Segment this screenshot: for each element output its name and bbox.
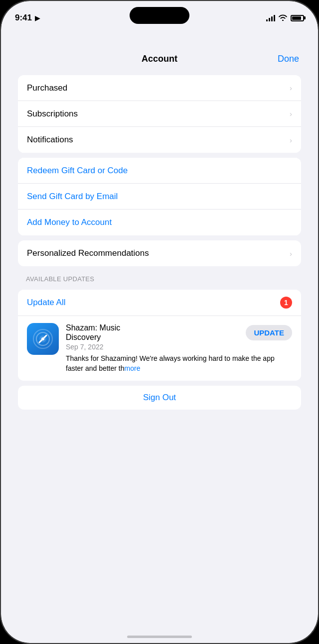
purchased-item[interactable]: Purchased ›: [18, 75, 301, 101]
app-description-text: Thanks for Shazaming! We're always worki…: [66, 354, 275, 372]
app-info: Shazam: MusicDiscovery Sep 7, 2022 UPDAT…: [66, 323, 292, 374]
app-name-text: Shazam: MusicDiscovery: [66, 323, 120, 341]
status-icons: [266, 14, 304, 22]
location-arrow-icon: ▶: [35, 14, 40, 22]
sign-out-section: Sign Out: [18, 386, 301, 410]
redeem-gift-card-label: Redeem Gift Card or Code: [27, 166, 128, 176]
available-updates-header: AVAILABLE UPDATES: [10, 271, 309, 285]
update-all-row[interactable]: Update All 1: [18, 290, 301, 316]
purchased-label: Purchased: [27, 83, 67, 93]
personalized-recommendations-label: Personalized Recommendations: [27, 248, 149, 258]
update-button[interactable]: UPDATE: [246, 325, 292, 340]
updates-section: Update All 1: [18, 290, 301, 381]
chevron-icon: ›: [290, 109, 292, 118]
app-description: Thanks for Shazaming! We're always worki…: [66, 354, 292, 373]
app-update-row: Shazam: MusicDiscovery Sep 7, 2022 UPDAT…: [18, 316, 301, 381]
modal-content: Purchased › Subscriptions › Notification…: [10, 70, 309, 425]
account-modal: Account Done Purchased › Subscriptions ›: [10, 46, 309, 628]
chevron-icon: ›: [290, 249, 292, 258]
send-gift-card-label: Send Gift Card by Email: [27, 192, 118, 202]
chevron-icon: ›: [290, 136, 292, 144]
app-icon: [27, 323, 59, 355]
personalized-recommendations-item[interactable]: Personalized Recommendations ›: [18, 240, 301, 266]
send-gift-card-item[interactable]: Send Gift Card by Email: [18, 184, 301, 210]
subscriptions-label: Subscriptions: [27, 109, 78, 119]
dynamic-island: [130, 7, 189, 24]
signal-icon: [266, 15, 275, 21]
update-all-label: Update All: [27, 298, 66, 308]
notifications-item[interactable]: Notifications ›: [18, 127, 301, 153]
add-money-item[interactable]: Add Money to Account: [18, 210, 301, 235]
app-description-more[interactable]: more: [125, 364, 141, 372]
status-time: 9:41 ▶: [15, 13, 40, 23]
sign-out-button[interactable]: Sign Out: [18, 386, 301, 410]
modal-title: Account: [142, 54, 177, 64]
account-section: Purchased › Subscriptions › Notification…: [18, 75, 301, 153]
done-button[interactable]: Done: [278, 54, 299, 64]
svg-point-4: [41, 337, 44, 340]
chevron-icon: ›: [290, 84, 292, 92]
app-name: Shazam: MusicDiscovery: [66, 323, 120, 342]
modal-header: Account Done: [10, 46, 309, 70]
notifications-label: Notifications: [27, 135, 73, 145]
subscriptions-item[interactable]: Subscriptions ›: [18, 101, 301, 127]
add-money-label: Add Money to Account: [27, 217, 112, 227]
wifi-icon: [279, 14, 287, 22]
time-label: 9:41: [15, 13, 32, 23]
update-badge: 1: [280, 297, 292, 309]
home-indicator: [127, 636, 192, 638]
redeem-gift-card-item[interactable]: Redeem Gift Card or Code: [18, 158, 301, 184]
app-date: Sep 7, 2022: [66, 343, 120, 351]
battery-icon: [291, 15, 304, 21]
gift-card-section: Redeem Gift Card or Code Send Gift Card …: [18, 158, 301, 235]
recommendations-section: Personalized Recommendations ›: [18, 240, 301, 266]
